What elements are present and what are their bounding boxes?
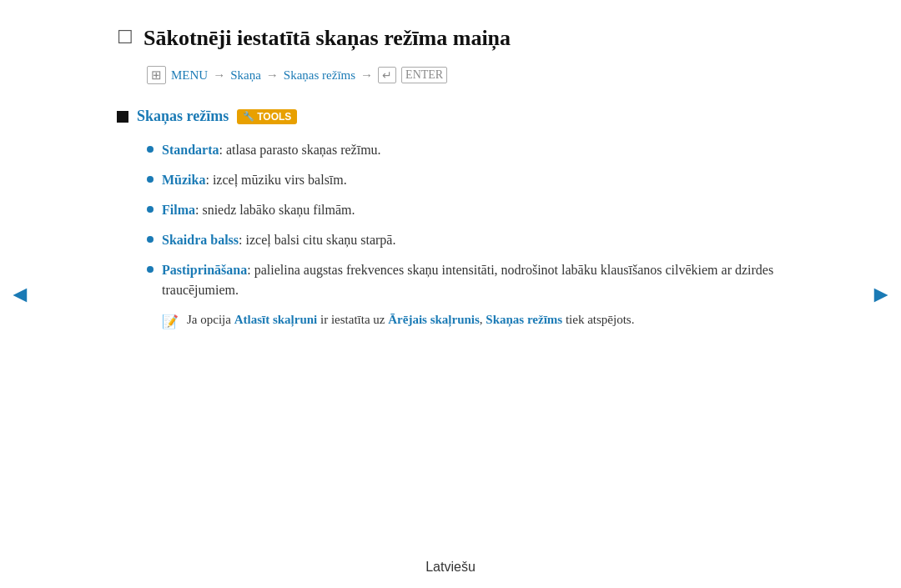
item-text: : izceļ mūziku virs balsīm. (205, 173, 346, 187)
tools-badge: 🔧 TOOLS (237, 109, 297, 124)
page-title-block: ☐ Sākotnēji iestatītā skaņas režīma maiņ… (117, 25, 784, 51)
list-item: Standarta: atlasa parasto skaņas režīmu. (147, 140, 784, 160)
note-link1: Atlasīt skaļruni (234, 313, 318, 326)
nav-arrow-right[interactable]: ► (869, 281, 893, 308)
page-title: Sākotnēji iestatītā skaņas režīma maiņa (143, 25, 511, 51)
item-content: Skaidra balss: izceļ balsi citu skaņu st… (162, 230, 395, 250)
bullet-dot-icon (147, 266, 154, 273)
item-text: : atlasa parasto skaņas režīmu. (219, 143, 380, 157)
bullet-dot-icon (147, 176, 154, 183)
item-content: Filma: sniedz labāko skaņu filmām. (162, 200, 355, 220)
nav-arrow-3: → (360, 68, 373, 83)
nav-menu-label: MENU (171, 68, 208, 83)
checkbox-icon: ☐ (117, 27, 133, 48)
note-suffix: tiek atspējots. (562, 313, 634, 326)
footer-language: Latviešu (425, 560, 476, 574)
item-content: Mūzika: izceļ mūziku virs balsīm. (162, 170, 347, 190)
tools-icon: 🔧 (243, 111, 254, 122)
item-label: Skaidra balss (162, 233, 239, 247)
footer: Latviešu (0, 560, 901, 575)
section-bullet-icon (117, 111, 128, 123)
item-text: : palielina augstas frekvences skaņu int… (162, 263, 773, 297)
note-block: 📝 Ja opcija Atlasīt skaļruni ir iestatīt… (162, 310, 784, 332)
item-content: Standarta: atlasa parasto skaņas režīmu. (162, 140, 381, 160)
menu-icon: ⊞ (147, 66, 166, 84)
bullet-dot-icon (147, 146, 154, 153)
nav-arrow-1: → (213, 68, 225, 83)
list-item: Pastiprināšana: palielina augstas frekve… (147, 260, 784, 300)
nav-step1: Skaņa (230, 68, 261, 83)
note-icon: 📝 (162, 312, 179, 332)
list-item: Mūzika: izceļ mūziku virs balsīm. (147, 170, 784, 190)
nav-step2: Skaņas režīms (284, 68, 355, 83)
item-label: Pastiprināšana (162, 263, 247, 277)
list-item: Skaidra balss: izceļ balsi citu skaņu st… (147, 230, 784, 250)
note-text: Ja opcija Atlasīt skaļruni ir iestatīta … (187, 310, 634, 329)
section-header: Skaņas režīms 🔧 TOOLS (117, 108, 784, 125)
note-prefix: Ja opcija (187, 313, 234, 326)
bullet-dot-icon (147, 206, 154, 213)
note-link2: Ārējais skaļrunis (388, 313, 480, 326)
section-title: Skaņas režīms (137, 108, 229, 125)
item-text: : sniedz labāko skaņu filmām. (195, 203, 355, 217)
bullet-dot-icon (147, 236, 154, 243)
item-label: Standarta (162, 143, 219, 157)
item-label: Filma (162, 203, 195, 217)
enter-label: ENTER (401, 67, 447, 83)
item-content: Pastiprināšana: palielina augstas frekve… (162, 260, 784, 300)
item-label: Mūzika (162, 173, 205, 187)
bullet-list: Standarta: atlasa parasto skaņas režīmu.… (147, 140, 784, 300)
enter-icon: ↵ (378, 67, 396, 83)
item-text: : izceļ balsi citu skaņu starpā. (239, 233, 395, 247)
list-item: Filma: sniedz labāko skaņu filmām. (147, 200, 784, 220)
nav-path: ⊞ MENU → Skaņa → Skaņas režīms → ↵ ENTER (147, 66, 784, 84)
note-middle: ir iestatīta uz (317, 313, 388, 326)
tools-label: TOOLS (257, 111, 291, 123)
nav-arrow-2: → (266, 68, 279, 83)
nav-arrow-left[interactable]: ◄ (8, 281, 32, 308)
note-link3: Skaņas režīms (486, 313, 562, 326)
